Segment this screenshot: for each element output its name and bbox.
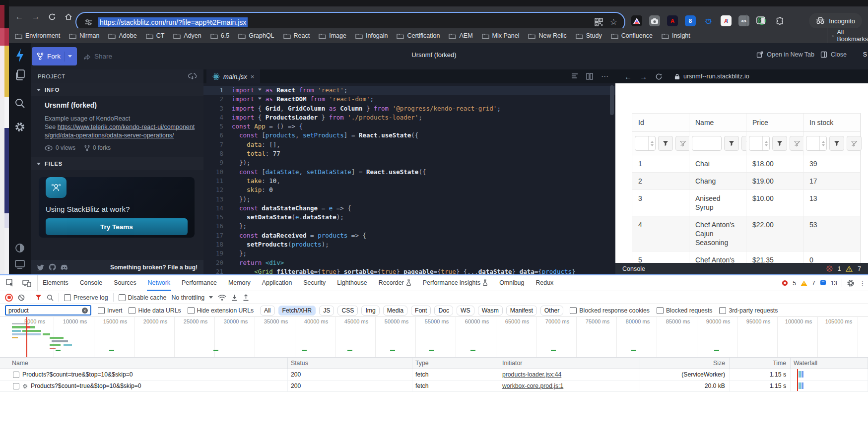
grid-column-header[interactable]: Name xyxy=(689,114,746,132)
clear-filter-button[interactable] xyxy=(675,136,690,151)
record-network-log-icon[interactable] xyxy=(5,294,13,302)
filter-chip-css[interactable]: CSS xyxy=(337,306,358,316)
filter-chip-img[interactable]: Img xyxy=(361,306,379,316)
code-extension-icon[interactable]: </> xyxy=(738,15,749,26)
preview-back-icon[interactable]: ← xyxy=(624,72,632,81)
network-request-row[interactable]: Products?$count=true&$top=10&$skip=0200f… xyxy=(0,380,868,392)
throttling-dropdown[interactable]: No throttling xyxy=(171,294,213,301)
network-column-header-name[interactable]: Name xyxy=(0,358,288,369)
filter-chip-doc[interactable]: Doc xyxy=(434,306,453,316)
filter-chip-other[interactable]: Other xyxy=(540,306,563,316)
devtools-tab-network[interactable]: Network xyxy=(147,275,171,291)
clear-filter-icon[interactable]: × xyxy=(82,308,88,314)
open-in-new-tab-button[interactable]: Open in New Tab xyxy=(756,51,814,58)
tag-extension-icon[interactable]: 8 xyxy=(685,15,696,26)
aem-extension-icon[interactable]: A/ xyxy=(721,15,732,26)
number-spinner[interactable] xyxy=(762,136,769,150)
signin-button-partial[interactable]: S xyxy=(863,51,867,58)
bookmark-item[interactable]: Certification xyxy=(397,32,440,39)
stackblitz-logo-icon[interactable] xyxy=(14,48,25,63)
invert-checkbox[interactable]: Invert xyxy=(98,307,122,314)
export-har-icon[interactable] xyxy=(243,294,249,301)
code-area[interactable]: 1import * as React from 'react';2import … xyxy=(203,83,615,274)
device-toolbar-icon[interactable] xyxy=(22,279,31,287)
side-panel-icon[interactable] xyxy=(756,15,766,25)
request-name-cell[interactable]: Products?$count=true&$top=10&$skip=0 xyxy=(0,369,288,380)
grid-filter-input[interactable] xyxy=(692,136,722,151)
reload-icon[interactable] xyxy=(45,9,60,24)
filter-button[interactable] xyxy=(829,136,844,151)
project-link[interactable]: https://www.telerik.com/kendo-react-ui/c… xyxy=(45,124,195,139)
filter-checkbox[interactable]: Blocked requests xyxy=(657,307,713,314)
network-search-icon[interactable] xyxy=(47,294,54,301)
devtools-tab-memory[interactable]: Memory xyxy=(227,275,252,291)
initiator-link[interactable]: workbox-core.prod.js:1 xyxy=(502,382,563,389)
warnings-count[interactable]: 7 xyxy=(812,280,815,287)
devtools-tab-console[interactable]: Console xyxy=(79,275,103,291)
more-actions-icon[interactable]: ⋯ xyxy=(601,72,608,81)
request-checkbox[interactable] xyxy=(13,372,19,378)
download-project-icon[interactable] xyxy=(188,73,197,80)
devtools-menu-icon[interactable]: ⋮ xyxy=(859,279,866,287)
theme-toggle-icon[interactable] xyxy=(14,243,25,253)
qr-code-icon[interactable] xyxy=(595,18,603,26)
filter-chip-fetch-xhr[interactable]: Fetch/XHR xyxy=(278,306,316,316)
devtools-tab-omnibug[interactable]: Omnibug xyxy=(498,275,525,291)
bookmark-item[interactable]: CT xyxy=(146,32,165,39)
devtools-tab-application[interactable]: Application xyxy=(261,275,293,291)
discord-icon[interactable] xyxy=(61,264,68,270)
preview-forward-icon[interactable]: → xyxy=(640,72,647,81)
filter-chip-ws[interactable]: WS xyxy=(457,306,474,316)
url-text[interactable]: https://stackblitz.com/run/?file=app%2Fm… xyxy=(98,17,248,27)
feedback-icon[interactable] xyxy=(14,259,25,269)
filter-chip-media[interactable]: Media xyxy=(383,306,407,316)
number-spinner[interactable] xyxy=(648,136,655,150)
devtools-tab-redux[interactable]: Redux xyxy=(534,275,554,291)
bookmark-item[interactable]: Confluence xyxy=(611,32,653,39)
devtools-tab-performance[interactable]: Performance xyxy=(181,275,218,291)
back-icon[interactable]: ← xyxy=(12,9,27,24)
bookmark-item[interactable]: Adyen xyxy=(173,32,201,39)
disable-cache-checkbox[interactable]: Disable cache xyxy=(119,294,167,301)
filter-button[interactable] xyxy=(772,136,787,151)
bookmark-item[interactable]: Adobe xyxy=(108,32,136,39)
forward-icon[interactable]: → xyxy=(28,9,43,24)
filter-button[interactable] xyxy=(724,136,739,151)
home-icon[interactable] xyxy=(61,9,76,24)
request-checkbox[interactable] xyxy=(13,383,19,389)
code-editor[interactable]: main.jsx × ⋯ 1import * as React from 're… xyxy=(203,69,615,274)
all-bookmarks[interactable]: All Bookmarks xyxy=(827,28,868,43)
twitter-icon[interactable] xyxy=(37,264,44,270)
hide-extension-urls-checkbox[interactable]: Hide extension URLs xyxy=(188,307,254,314)
devtools-tab-security[interactable]: Security xyxy=(302,275,327,291)
colorpicker-extension-icon[interactable] xyxy=(631,15,642,26)
grid-filter-input[interactable] xyxy=(635,136,656,151)
devtools-tab-lighthouse[interactable]: Lighthouse xyxy=(336,275,368,291)
info-section-header[interactable]: INFO xyxy=(31,83,203,96)
grid-column-header[interactable]: Id xyxy=(632,114,689,132)
import-har-icon[interactable] xyxy=(231,294,238,301)
search-icon[interactable] xyxy=(14,98,25,109)
filter-checkbox[interactable]: Blocked response cookies xyxy=(570,307,650,314)
bookmark-item[interactable]: 6.5 xyxy=(210,32,229,39)
network-column-header-initiator[interactable]: Initiator xyxy=(499,358,640,369)
network-column-header-type[interactable]: Type xyxy=(412,358,499,369)
filter-chip-font[interactable]: Font xyxy=(411,306,431,316)
initiator-link[interactable]: products-loader.jsx:44 xyxy=(502,371,561,378)
devtools-tab-performance-insights[interactable]: Performance insights xyxy=(422,275,489,291)
filter-chip-wasm[interactable]: Wasm xyxy=(478,306,503,316)
split-editor-icon[interactable] xyxy=(586,73,593,80)
bookmark-item[interactable]: Image xyxy=(319,32,346,39)
devtools-tab-sources[interactable]: Sources xyxy=(113,275,137,291)
bookmark-item[interactable]: Insight xyxy=(662,32,690,39)
github-icon[interactable] xyxy=(49,263,56,271)
devtools-tab-elements[interactable]: Elements xyxy=(42,275,69,291)
issues-count[interactable]: 13 xyxy=(831,280,837,287)
preview-address[interactable]: ursnmf--run.stackblitz.io xyxy=(674,73,749,80)
project-files-icon[interactable] xyxy=(14,69,26,81)
network-overview-timeline[interactable]: 5000 ms10000 ms15000 ms20000 ms25000 ms3… xyxy=(0,317,868,358)
editor-scrollbar[interactable] xyxy=(610,85,614,115)
clear-filter-button[interactable] xyxy=(847,136,862,151)
bug-extension-icon[interactable] xyxy=(703,15,714,26)
clear-filter-button[interactable] xyxy=(790,136,804,151)
